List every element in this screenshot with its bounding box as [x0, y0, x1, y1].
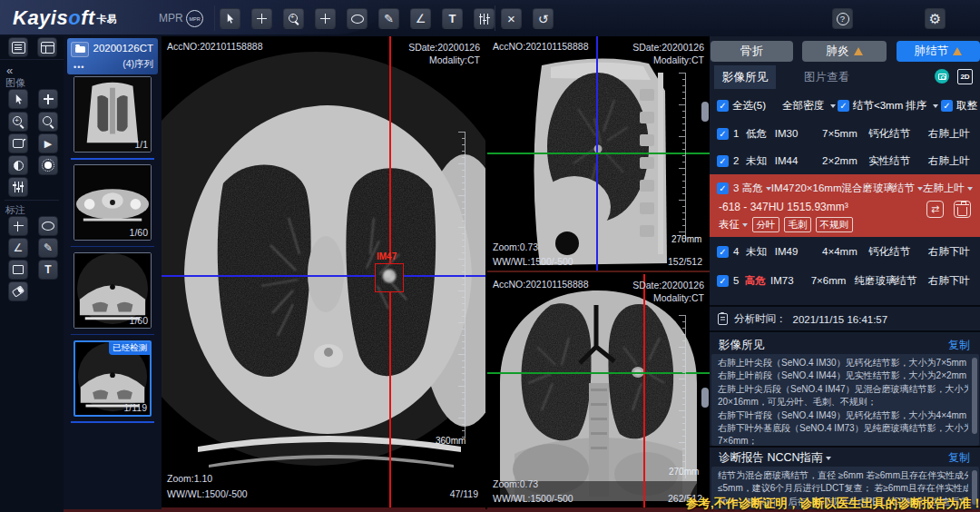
checkbox-checked[interactable]: ✓ [717, 128, 729, 140]
series-thumb-lung1[interactable]: 1/60 [74, 252, 152, 329]
checkbox-checked[interactable]: ✓ [717, 155, 729, 167]
nodule-row-1[interactable]: ✓1低危IM307×5mm钙化结节右肺上叶 [710, 123, 980, 143]
finding-line: 右肺下叶背段（SeNO.4 IM49）见钙化结节影，大小为4×4mm； [718, 409, 968, 422]
invert-side-button[interactable] [8, 155, 28, 175]
nodule-row-3[interactable]: ✓3高危IM4720×16mm混合磨玻璃结节左肺上叶 [710, 178, 980, 198]
zoom-in-icon: + [288, 13, 300, 25]
window-level-tool-button[interactable] [474, 8, 495, 29]
select-all-filter[interactable]: ✓全选(5) [717, 99, 766, 113]
checkbox-checked[interactable]: ✓ [717, 182, 729, 194]
sagittal-wwwl: WW/WL:1500/-500 [493, 256, 573, 267]
layout-tab[interactable] [37, 37, 57, 57]
coronal-ruler-label: 270mm [669, 467, 699, 477]
sagittal-scrollbar[interactable] [701, 102, 709, 122]
study-header[interactable]: 20200126CT ••• (4)序列 [67, 38, 158, 74]
pencil-tool-button[interactable]: ✎ [378, 8, 399, 29]
eraser-annot-button[interactable] [8, 281, 28, 301]
angle-tool-button[interactable]: ∠ [410, 8, 431, 29]
contrast-icon [14, 161, 24, 171]
finding-line: 右肺上叶尖段（SeNO.4 IM30）见钙化结节影，大小为7×5mm； [718, 357, 968, 369]
density-filter[interactable]: 全部密度 [782, 99, 836, 113]
sagittal-slice-index: 152/512 [668, 256, 702, 267]
tab-pneumonia[interactable]: 肺炎 [802, 41, 887, 62]
rect-annot-button[interactable] [8, 260, 28, 280]
crosshair-tool-button[interactable] [315, 8, 336, 29]
axial-crosshair-h-right [404, 275, 485, 277]
sidebar-top-tabs [0, 36, 64, 60]
angle-icon: ∠ [416, 13, 426, 25]
round-filter[interactable]: ✓取整 [941, 99, 977, 113]
nodule-row-2[interactable]: ✓2未知IM442×2mm实性结节右肺上叶 [710, 151, 980, 171]
tab-lung-nodule[interactable]: 肺结节 [897, 41, 980, 62]
tab-image-view[interactable]: 图片查看 [796, 65, 858, 89]
filter-bar: ✓全选(5) 全部密度 ✓结节<3mm 排序 ✓取整 [710, 94, 980, 117]
sort-filter[interactable]: 排序 [906, 99, 938, 113]
checkbox-checked[interactable]: ✓ [717, 275, 729, 287]
sagittal-view[interactable]: 270mm AccNO:202101158888 SDate:20200126M… [487, 36, 710, 272]
text-tool-button[interactable]: T [442, 8, 463, 29]
series-thumb-lung2-selected[interactable]: 已经检测 1/119 [74, 340, 152, 417]
roi-label: IM47 [377, 251, 397, 261]
flip-side-button[interactable]: ▶ [38, 133, 58, 153]
series-thumb-xray[interactable]: 1/1 [74, 76, 152, 153]
checkbox-checked: ✓ [941, 100, 953, 112]
close-tool-button[interactable]: × [501, 8, 522, 29]
relocate-button[interactable]: ⇄ [926, 201, 944, 218]
mpr-layout-icon[interactable]: MPR [184, 8, 205, 29]
nodule-detail: -618 - 347HU 1515.93mm³ [719, 201, 848, 213]
series-list-tab[interactable] [8, 37, 28, 57]
crosshair-annot-button[interactable] [8, 216, 28, 236]
pointer-tool-button[interactable] [220, 8, 240, 29]
pan-side-button[interactable] [38, 89, 58, 109]
rotate-side-button[interactable] [8, 133, 28, 153]
ellipse-annot-button[interactable] [38, 216, 58, 236]
coronal-wwwl: WW/WL:1500/-500 [493, 493, 573, 504]
findings-scrollbar[interactable] [972, 358, 977, 434]
coronal-view[interactable]: 270mm AccNO:202101158888 SDate:20200126M… [487, 274, 710, 509]
axial-view[interactable]: IM47 360mm AccNO:202101158888 SDate:2020… [162, 36, 485, 509]
zoom-in-side-button[interactable]: + [8, 112, 28, 132]
text-annot-button[interactable]: T [38, 260, 58, 280]
nodule-roi-box[interactable] [375, 263, 404, 292]
pencil-annot-button[interactable]: ✎ [38, 238, 58, 258]
small-nodule-filter[interactable]: ✓结节<3mm [838, 99, 903, 113]
sagittal-crosshair-h [487, 153, 710, 154]
study-more[interactable]: ••• [74, 63, 84, 72]
nodule-row-5[interactable]: ✓5高危IM737×6mm纯磨玻璃结节右肺下叶 [710, 271, 980, 290]
brightness-side-button[interactable] [38, 155, 58, 175]
angle-annot-button[interactable]: ∠ [8, 238, 28, 258]
series-thumb-neck[interactable]: 1/60 [74, 164, 152, 241]
checkbox-checked[interactable]: ✓ [717, 246, 729, 258]
findings-copy-button[interactable]: 复制 [948, 338, 970, 353]
coronal-scrollbar[interactable] [701, 388, 709, 408]
tab-findings[interactable]: 影像所见 [714, 65, 776, 89]
sliders-icon [13, 182, 24, 192]
chevron-down-icon [742, 223, 748, 227]
nodule-row-3-selected[interactable]: ✓3高危IM4720×16mm混合磨玻璃结节左肺上叶 -618 - 347HU … [710, 174, 980, 237]
magnify-side-button[interactable] [38, 112, 58, 132]
screenshot-button[interactable] [935, 69, 949, 84]
collapse-sidebar-button[interactable]: « [6, 64, 13, 77]
ellipse-tool-button[interactable] [347, 8, 368, 29]
feature-tag: 毛刺 [784, 217, 811, 232]
report-copy-button[interactable]: 复制 [948, 450, 970, 466]
delete-button[interactable] [954, 201, 971, 218]
series-panel: 20200126CT ••• (4)序列 1/1 1/60 1/60 已经检测 … [64, 36, 162, 512]
pan-tool-button[interactable] [251, 8, 272, 29]
2d-toggle-button[interactable]: 2D [957, 69, 973, 84]
pan-icon [44, 94, 54, 104]
left-tool-sidebar: « 图像 + ▶ 标注 ∠ ✎ T [0, 36, 64, 512]
zoom-tool-button[interactable]: + [283, 8, 304, 29]
tab-fracture[interactable]: 骨折 [710, 41, 793, 62]
settings-button[interactable]: ⚙ [925, 8, 946, 29]
nodule-row-4[interactable]: ✓4未知IM494×4mm钙化结节右肺下叶 [710, 241, 980, 261]
reset-tool-button[interactable]: ↺ [533, 8, 554, 29]
disclaimer-marquee: 参考,不作诊断证明，诊断以医生出具的诊断报告为准！ [686, 496, 980, 512]
pointer-side-button[interactable] [8, 89, 28, 109]
findings-text-box[interactable]: 右肺上叶尖段（SeNO.4 IM30）见钙化结节影，大小为7×5mm；右肺上叶前… [711, 354, 979, 446]
wwwl-side-button[interactable] [8, 177, 28, 197]
help-button[interactable]: ? [832, 8, 853, 29]
eraser-icon [12, 285, 24, 297]
text-icon: T [449, 13, 456, 25]
sliders-icon [479, 14, 490, 25]
